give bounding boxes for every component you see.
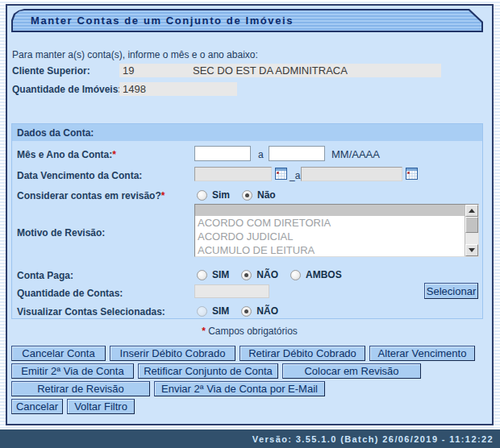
paid-radiogroup: SIM NÃO AMBOS [197, 268, 342, 281]
consider-review-label: Considerar contas em revisão?* [17, 190, 165, 201]
view-selected-sim-label: SIM [212, 305, 229, 317]
footer-bar: Versão: 3.55.1.0 (Batch) 26/06/2019 - 11… [0, 429, 500, 448]
main-panel: Manter Contas de um Conjunto de Imóveis … [6, 4, 494, 425]
consider-review-nao-radio[interactable] [242, 190, 252, 201]
listbox-option[interactable]: ACORDO COM DIRETORIA [195, 216, 465, 230]
listbox-option[interactable]: ACORDO JUDICIAL [195, 230, 465, 243]
remove-from-review-button[interactable]: Retirar de Revisão [11, 381, 150, 396]
view-selected-label: Visualizar Contas Selecionadas: [17, 306, 165, 317]
required-note-text: Campos obrigatórios [208, 326, 298, 337]
remove-charged-debit-button[interactable]: Retirar Débito Cobrado [240, 346, 365, 361]
calendar-icon-glyph [406, 168, 418, 180]
calendar-icon[interactable] [406, 168, 418, 180]
change-due-date-button[interactable]: Alterar Vencimento [369, 346, 475, 361]
paid-ambos-label: AMBOS [306, 269, 342, 280]
issue-duplicate-bill-button[interactable]: Emitir 2ª Via de Conta [11, 363, 134, 379]
action-row-4: Cancelar Voltar Filtro [11, 399, 135, 414]
insert-charged-debit-button[interactable]: Inserir Débito Cobrado [110, 346, 235, 361]
calendar-icon-glyph [275, 168, 287, 180]
account-data-section: Dados da Conta: Mês e Ano da Conta:* a M… [11, 123, 483, 319]
listbox-option[interactable]: ACUMULO DE LEITURA [195, 243, 465, 257]
properties-label: Quantidade de Imóveis: [12, 84, 121, 95]
due-date-label: Data Vencimento da Conta: [17, 170, 142, 181]
scroll-up-button[interactable] [465, 205, 478, 217]
paid-sim-label: SIM [212, 269, 229, 280]
listbox-scrollbar[interactable] [465, 205, 478, 256]
review-reason-label: Motivo de Revisão: [17, 227, 105, 239]
month-year-separator: a [258, 149, 264, 160]
quantity-label: Quantidade de Contas: [17, 288, 123, 299]
send-duplicate-by-email-button[interactable]: Enviar 2ª Via de Conta por E-Mail [154, 381, 325, 396]
paid-sim-radio[interactable] [197, 270, 207, 280]
due-date-from-input [194, 167, 272, 181]
intro-text: Para manter a(s) conta(s), informe o mês… [12, 49, 258, 60]
calendar-icon[interactable] [275, 168, 287, 180]
cancel-account-button[interactable]: Cancelar Conta [11, 346, 106, 361]
paid-ambos-radio[interactable] [290, 270, 301, 280]
rectify-bill-set-button[interactable]: Retificar Conjunto de Conta [138, 363, 278, 379]
view-selected-radiogroup: SIM NÃO [197, 305, 278, 317]
review-reason-listbox[interactable]: ACORDO COM DIRETORIA ACORDO JUDICIAL ACU… [194, 204, 479, 257]
version-text: Versão: 3.55.1.0 (Batch) 26/06/2019 - 11… [252, 434, 494, 444]
consider-review-nao-label: Não [257, 189, 276, 201]
view-selected-sim-radio[interactable] [197, 306, 207, 317]
section-title: Dados da Conta: [17, 127, 94, 139]
required-note: * Campos obrigatórios [7, 326, 492, 337]
month-year-to-input[interactable] [269, 146, 325, 161]
required-note-mark: * [202, 326, 206, 337]
page-title: Manter Contas de um Conjunto de Imóveis [31, 15, 294, 27]
month-year-label: Mês e Ano da Conta:* [17, 149, 116, 160]
consider-review-sim-label: Sim [212, 189, 230, 201]
view-selected-nao-label: NÃO [256, 305, 278, 317]
cancel-button[interactable]: Cancelar [11, 399, 63, 414]
required-asterisk: * [161, 190, 165, 201]
quantity-field [194, 284, 269, 298]
month-year-label-text: Mês e Ano da Conta: [17, 149, 112, 160]
listbox-option-empty[interactable] [195, 205, 465, 216]
scroll-down-button[interactable] [465, 244, 478, 256]
required-asterisk: * [112, 149, 116, 160]
up-arrow-icon [469, 209, 475, 213]
action-row-3: Retirar de Revisão Enviar 2ª Via de Cont… [11, 381, 325, 396]
action-row-2: Emitir 2ª Via de Conta Retificar Conjunt… [11, 363, 421, 379]
client-name-field: SEC DO EST DA ADMINITRACA [190, 64, 441, 77]
consider-review-radiogroup: Sim Não [197, 189, 276, 201]
client-label: Cliente Superior: [12, 65, 90, 77]
page: Manter Contas de um Conjunto de Imóveis … [0, 0, 500, 448]
back-to-filter-button[interactable]: Voltar Filtro [67, 399, 135, 414]
consider-review-sim-radio[interactable] [197, 190, 207, 201]
date-format-hint: MM/AAAA [331, 148, 380, 160]
due-date-to-input [301, 167, 402, 181]
due-date-separator: _a [290, 170, 300, 181]
paid-label: Conta Paga: [17, 270, 73, 281]
paid-nao-label: NÃO [256, 269, 278, 280]
paid-nao-radio[interactable] [241, 270, 252, 280]
action-row-1: Cancelar Conta Inserir Débito Cobrado Re… [11, 346, 475, 361]
consider-review-label-text: Considerar contas em revisão? [17, 190, 161, 201]
down-arrow-icon [469, 248, 475, 252]
month-year-from-input[interactable] [194, 146, 251, 161]
select-button[interactable]: Selecionar [424, 283, 478, 299]
place-in-review-button[interactable]: Colocar em Revisão [282, 363, 421, 379]
view-selected-nao-radio[interactable] [241, 306, 252, 317]
properties-count-field: 1498 [119, 82, 237, 96]
title-bar: Manter Contas de um Conjunto de Imóveis [11, 9, 483, 32]
section-header: Dados da Conta: [12, 124, 482, 141]
title-bar-inner: Manter Contas de um Conjunto de Imóveis [13, 10, 481, 31]
scrollbar-thumb[interactable] [465, 217, 478, 233]
